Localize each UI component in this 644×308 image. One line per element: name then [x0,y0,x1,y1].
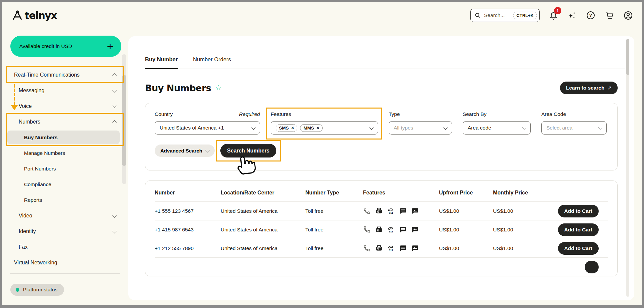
sidebar-item-real-time-communications[interactable]: Real-Time Communications [10,67,121,83]
sidebar-item-identity[interactable]: Identity [10,223,121,239]
number-type: Toll free [305,245,363,251]
location: United States of America [221,208,305,214]
type-label: Type [389,111,400,117]
feature-icons: 911 [363,226,439,234]
area-code-field: Area Code Select area [541,111,607,135]
monthly-price: US$1.00 [493,208,551,214]
main-scrollbar[interactable] [626,39,629,297]
notifications-button[interactable]: 1 [548,10,558,20]
platform-status-button[interactable]: Platform status [10,284,64,296]
search-placeholder: Search... [484,12,510,18]
sidebar-scrollbar[interactable] [122,54,126,184]
voice-icon [363,244,371,252]
external-link-arrow-icon: ↗ [607,85,612,91]
favorite-star-icon[interactable]: ☆ [215,83,222,92]
fax-icon [375,226,383,233]
sidebar-item-virtual-networking[interactable]: Virtual Networking [10,255,121,270]
sidebar-scrollbar-thumb[interactable] [122,75,126,166]
add-to-cart-button[interactable]: Add to Cart [558,205,599,217]
feature-icons: 911 [363,207,439,215]
country-label: Country [155,111,173,117]
location: United States of America [221,245,305,251]
top-bar: telnyx Search... CTRL+K 1 [2,2,642,29]
fax-icon [375,207,383,215]
status-dot-icon [16,288,19,292]
chevron-down-icon [113,103,116,109]
search-by-select[interactable]: Area code [463,121,531,135]
sidebar-item-reports[interactable]: Reports [10,192,121,208]
chevron-down-icon [369,125,374,130]
cart-icon [605,11,614,20]
tab-buy-number[interactable]: Buy Number [145,56,178,69]
sidebar-item-voice[interactable]: Voice [10,98,121,114]
sms-icon [399,207,407,215]
top-bar-actions: Search... CTRL+K 1 [470,9,633,22]
fax-icon [375,244,383,252]
help-button[interactable]: ? [586,10,596,20]
sidebar-item-video[interactable]: Video [10,208,121,223]
chevron-down-icon [522,125,526,130]
app-window: telnyx Search... CTRL+K 1 [0,0,644,308]
learn-to-search-button[interactable]: Learn to search ↗ [560,82,618,94]
voice-icon [363,226,371,233]
help-icon: ? [586,11,595,20]
number-type: Toll free [305,227,363,233]
add-credit-icon[interactable]: + [107,41,113,52]
e911-icon: 911 [387,226,395,234]
table-row: +1 555 123 4567 United States of America… [155,201,608,220]
table-row: +1 415 987 6543 United States of America… [155,220,608,239]
annotation-dashed-arrow [14,84,15,105]
available-credit-pill[interactable]: Available credit in USD + [10,36,121,57]
sidebar-item-numbers[interactable]: Numbers [10,114,121,130]
sidebar-item-buy-numbers[interactable]: Buy Numbers [10,130,121,145]
account-button[interactable] [623,10,633,20]
add-to-cart-button[interactable] [585,261,599,273]
telnyx-logo[interactable]: telnyx [12,10,57,21]
svg-text:911: 911 [389,249,393,252]
remove-chip-icon[interactable]: ✕ [316,126,319,130]
svg-text:911: 911 [389,230,393,233]
feature-chip-sms[interactable]: SMS ✕ [276,124,297,132]
area-code-label: Area Code [541,111,566,117]
sidebar-item-compliance[interactable]: Compliance [10,176,121,192]
chevron-up-icon [113,72,116,78]
type-select[interactable]: All types [389,121,452,135]
feature-icons: 911 [363,244,439,252]
sidebar-item-messaging[interactable]: Messaging [10,83,121,98]
mms-icon [411,207,419,215]
results-table-header: Number Location/Rate Center Number Type … [155,184,608,201]
feature-chip-mms[interactable]: MMS ✕ [300,124,323,132]
search-numbers-button[interactable]: Search Numbers [220,144,276,157]
sidebar-item-fax[interactable]: Fax [10,239,121,255]
upfront-price: US$1.00 [439,245,493,251]
voice-icon [363,207,371,215]
location: United States of America [221,227,305,233]
cart-button[interactable] [604,10,614,20]
tab-number-orders[interactable]: Number Orders [193,56,231,69]
area-code-select[interactable]: Select area [541,121,607,135]
country-select[interactable]: United States of America +1 [155,121,260,135]
chevron-up-icon [113,119,116,125]
advanced-search-button[interactable]: Advanced Search [155,145,215,157]
features-label: Features [271,111,291,117]
type-field: Type All types [389,111,452,135]
remove-chip-icon[interactable]: ✕ [291,126,294,130]
mms-icon [411,244,419,252]
phone-number: +1 212 555 7890 [155,245,221,251]
chevron-down-icon [113,228,116,234]
sidebar-item-manage-numbers[interactable]: Manage Numbers [10,145,121,161]
features-field: Features SMS ✕ MMS ✕ [271,111,378,135]
add-to-cart-button[interactable]: Add to Cart [558,223,599,236]
sidebar-item-port-numbers[interactable]: Port Numbers [10,161,121,176]
available-credit-label: Available credit in USD [19,43,72,49]
annotation-box-search-numbers: Search Numbers [216,140,280,161]
monthly-price: US$1.00 [493,245,551,251]
chevron-down-icon [113,213,116,219]
main-scrollbar-thumb[interactable] [626,39,629,75]
ai-assistant-button[interactable] [567,10,577,20]
add-to-cart-button[interactable]: Add to Cart [558,242,599,255]
features-select[interactable]: SMS ✕ MMS ✕ [271,121,378,135]
chevron-down-icon [113,88,116,94]
svg-text:?: ? [589,13,592,18]
global-search-input[interactable]: Search... CTRL+K [470,9,540,22]
